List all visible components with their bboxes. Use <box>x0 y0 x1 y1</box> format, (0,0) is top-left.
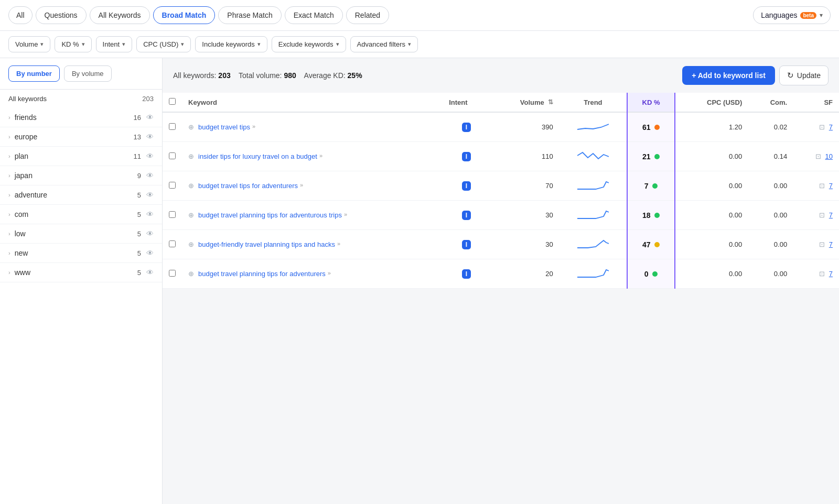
kd-dot <box>654 242 660 247</box>
keyword-link[interactable]: ⊕ budget travel tips » <box>188 123 436 131</box>
sidebar-item-count: 5 <box>137 230 141 238</box>
languages-button[interactable]: Languages beta ▾ <box>753 6 831 24</box>
eye-icon[interactable]: 👁 <box>146 133 154 141</box>
keyword-link[interactable]: ⊕ budget-friendly travel planning tips a… <box>188 240 436 248</box>
sf-value[interactable]: 7 <box>829 240 833 248</box>
table-header-row: Keyword Intent Volume ⇅ Trend KD % CPC (… <box>163 93 839 112</box>
tab-all-keywords[interactable]: All Keywords <box>90 6 150 24</box>
row-kd-cell: 61 <box>627 112 675 142</box>
filter-kd[interactable]: KD % ▾ <box>55 36 91 52</box>
table-row: ⊕ budget travel planning tips for advent… <box>163 201 839 230</box>
serp-icon: ⊡ <box>819 182 825 190</box>
stats-text: All keywords: 203 Total volume: 980 Aver… <box>173 71 362 80</box>
sort-by-volume-button[interactable]: By volume <box>64 65 112 82</box>
header-kd[interactable]: KD % <box>627 93 675 112</box>
row-checkbox[interactable] <box>169 123 176 130</box>
row-cpc-cell: 0.00 <box>675 201 748 230</box>
plus-circle-icon: ⊕ <box>188 270 194 278</box>
filter-label-cpc: CPC (USD) <box>143 40 178 48</box>
update-button[interactable]: ↻ Update <box>779 65 829 85</box>
sidebar-item[interactable]: › com 5 👁 <box>0 205 162 224</box>
eye-icon[interactable]: 👁 <box>146 191 154 199</box>
header-keyword[interactable]: Keyword <box>182 93 443 112</box>
sidebar-item-keyword: low <box>15 229 137 238</box>
select-all-checkbox[interactable] <box>169 98 176 105</box>
filter-exclude[interactable]: Exclude keywords ▾ <box>272 36 346 52</box>
keyword-text: budget-friendly travel planning tips and… <box>198 240 335 248</box>
keyword-link[interactable]: ⊕ budget travel planning tips for advent… <box>188 270 436 278</box>
plus-circle-icon: ⊕ <box>188 123 194 131</box>
row-checkbox-cell <box>163 230 182 259</box>
filter-label-intent: Intent <box>103 40 120 48</box>
tab-phrase-match[interactable]: Phrase Match <box>218 6 281 24</box>
filters-container: Volume ▾KD % ▾Intent ▾CPC (USD) ▾Include… <box>8 36 418 52</box>
plus-circle-icon: ⊕ <box>188 211 194 219</box>
keyword-link[interactable]: ⊕ budget travel planning tips for advent… <box>188 211 436 219</box>
sidebar-item[interactable]: › low 5 👁 <box>0 224 162 244</box>
sidebar-item[interactable]: › adventure 5 👁 <box>0 185 162 205</box>
sf-value[interactable]: 7 <box>829 123 833 131</box>
filter-intent[interactable]: Intent ▾ <box>96 36 133 52</box>
row-cpc-cell: 0.00 <box>675 230 748 259</box>
sidebar-item[interactable]: › new 5 👁 <box>0 244 162 263</box>
tabs-container: AllQuestionsAll KeywordsBroad MatchPhras… <box>8 6 746 24</box>
table-row: ⊕ budget travel planning tips for advent… <box>163 259 839 289</box>
tab-broad-match[interactable]: Broad Match <box>153 6 216 24</box>
eye-icon[interactable]: 👁 <box>146 210 154 218</box>
keyword-link[interactable]: ⊕ insider tips for luxury travel on a bu… <box>188 152 436 160</box>
eye-icon[interactable]: 👁 <box>146 249 154 257</box>
row-sf-cell: ⊡ 7 <box>793 259 839 289</box>
refresh-icon: ↻ <box>787 71 794 80</box>
sf-value[interactable]: 7 <box>829 182 833 190</box>
intent-badge: I <box>462 240 471 249</box>
tab-questions[interactable]: Questions <box>36 6 87 24</box>
intent-badge: I <box>462 123 471 132</box>
intent-badge: I <box>462 181 471 191</box>
top-tabs-bar: AllQuestionsAll KeywordsBroad MatchPhras… <box>0 0 839 31</box>
sidebar-item[interactable]: › japan 9 👁 <box>0 166 162 185</box>
sidebar-item-keyword: europe <box>15 133 134 141</box>
sf-value[interactable]: 10 <box>825 152 833 160</box>
row-checkbox[interactable] <box>169 182 176 189</box>
header-cpc[interactable]: CPC (USD) <box>675 93 748 112</box>
row-kd-cell: 18 <box>627 201 675 230</box>
header-volume[interactable]: Volume ⇅ <box>490 93 559 112</box>
row-checkbox[interactable] <box>169 270 176 277</box>
header-intent[interactable]: Intent <box>443 93 490 112</box>
sidebar-item[interactable]: › www 5 👁 <box>0 263 162 282</box>
chevron-down-icon: ▾ <box>336 41 339 48</box>
filter-label-advanced: Advanced filters <box>357 40 406 48</box>
eye-icon[interactable]: 👁 <box>146 113 154 122</box>
sidebar-item[interactable]: › plan 11 👁 <box>0 147 162 166</box>
sort-by-number-button[interactable]: By number <box>8 65 60 82</box>
tab-all[interactable]: All <box>8 6 33 24</box>
filter-cpc[interactable]: CPC (USD) ▾ <box>136 36 191 52</box>
keyword-link[interactable]: ⊕ budget travel tips for adventurers » <box>188 182 436 190</box>
eye-icon[interactable]: 👁 <box>146 171 154 180</box>
add-to-keyword-list-button[interactable]: + Add to keyword list <box>682 66 775 85</box>
sidebar-item[interactable]: › europe 13 👁 <box>0 127 162 147</box>
filter-include[interactable]: Include keywords ▾ <box>195 36 267 52</box>
eye-icon[interactable]: 👁 <box>146 268 154 277</box>
header-com[interactable]: Com. <box>748 93 793 112</box>
row-checkbox[interactable] <box>169 240 176 247</box>
row-checkbox[interactable] <box>169 152 176 159</box>
filter-advanced[interactable]: Advanced filters ▾ <box>350 36 418 52</box>
plus-circle-icon: ⊕ <box>188 182 194 190</box>
tab-exact-match[interactable]: Exact Match <box>285 6 343 24</box>
sidebar-item[interactable]: › friends 16 👁 <box>0 108 162 127</box>
row-checkbox[interactable] <box>169 211 176 218</box>
filter-volume[interactable]: Volume ▾ <box>8 36 50 52</box>
sidebar-item-keyword: friends <box>15 113 134 122</box>
row-trend-cell <box>560 171 627 201</box>
row-com-cell: 0.00 <box>748 171 793 201</box>
sf-value[interactable]: 7 <box>829 270 833 278</box>
chevron-down-icon: ▾ <box>40 41 44 48</box>
tab-related[interactable]: Related <box>346 6 389 24</box>
eye-icon[interactable]: 👁 <box>146 152 154 160</box>
sf-value[interactable]: 7 <box>829 211 833 219</box>
row-trend-cell <box>560 201 627 230</box>
sidebar-item-chevron: › <box>8 250 10 256</box>
sidebar-item-count: 5 <box>137 269 141 277</box>
eye-icon[interactable]: 👁 <box>146 229 154 238</box>
